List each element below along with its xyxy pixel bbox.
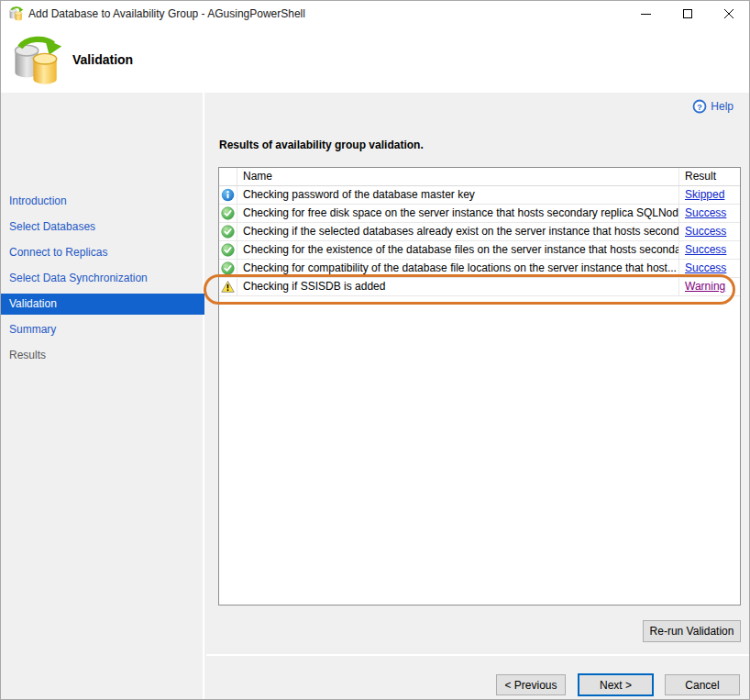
database-sync-icon (10, 35, 63, 86)
result-link-warning[interactable]: Warning (685, 280, 725, 293)
window-title: Add Database to Availability Group - AGu… (28, 1, 305, 27)
wizard-window: Add Database to Availability Group - AGu… (0, 0, 750, 700)
footer-divider (206, 654, 750, 656)
wizard-steps-sidebar: Introduction Select Databases Connect to… (1, 93, 204, 700)
rerun-validation-button[interactable]: Re-run Validation (643, 620, 741, 642)
validation-results-table: Name Result Checking password of the dat… (218, 167, 741, 606)
sidebar-item-validation[interactable]: Validation (1, 294, 204, 315)
table-row-warning[interactable]: Checking if SSISDB is added Warning (219, 278, 740, 296)
result-link-success[interactable]: Success (685, 206, 726, 219)
title-bar: Add Database to Availability Group - AGu… (1, 1, 749, 27)
sidebar-item-select-databases[interactable]: Select Databases (1, 217, 204, 238)
next-button[interactable]: Next > (578, 673, 654, 696)
help-question-icon: ? (692, 99, 707, 114)
minimize-icon (641, 14, 651, 15)
info-icon (221, 188, 235, 202)
check-name: Checking for the existence of the databa… (237, 241, 679, 259)
header-name-column: Name (237, 168, 679, 185)
header-icon-column (219, 168, 237, 185)
result-link-success[interactable]: Success (685, 225, 726, 238)
help-link[interactable]: ? Help (692, 99, 733, 114)
check-name: Checking password of the database master… (237, 186, 679, 204)
success-icon (221, 206, 235, 220)
sidebar-item-introduction[interactable]: Introduction (1, 191, 204, 212)
table-header-row: Name Result (219, 168, 740, 186)
success-icon (221, 261, 235, 275)
result-link-skipped[interactable]: Skipped (685, 188, 724, 201)
svg-text:?: ? (697, 102, 702, 112)
window-controls (625, 1, 749, 27)
result-link-success[interactable]: Success (685, 243, 726, 256)
table-row[interactable]: Checking for free disk space on the serv… (219, 205, 740, 223)
maximize-icon (683, 9, 692, 18)
check-name: Checking for free disk space on the serv… (237, 205, 679, 222)
success-icon (221, 243, 235, 257)
app-database-icon (8, 6, 24, 21)
sidebar-item-select-data-synchronization[interactable]: Select Data Synchronization (1, 268, 204, 289)
table-row[interactable]: Checking password of the database master… (219, 186, 740, 205)
help-label: Help (711, 100, 733, 113)
check-name: Checking if the selected databases alrea… (237, 223, 679, 240)
validation-results-caption: Results of availability group validation… (219, 139, 424, 151)
close-button[interactable] (708, 1, 749, 27)
maximize-button[interactable] (667, 1, 708, 27)
close-icon (723, 8, 734, 19)
sidebar-item-connect-to-replicas[interactable]: Connect to Replicas (1, 242, 204, 263)
cancel-button[interactable]: Cancel (665, 674, 740, 695)
warning-icon (221, 280, 235, 294)
sidebar-item-results: Results (1, 345, 204, 366)
table-row[interactable]: Checking for compatibility of the databa… (219, 260, 740, 278)
header-result-column: Result (679, 168, 740, 185)
previous-button[interactable]: < Previous (496, 674, 566, 695)
page-title: Validation (72, 52, 133, 67)
table-row[interactable]: Checking if the selected databases alrea… (219, 223, 740, 241)
table-row[interactable]: Checking for the existence of the databa… (219, 241, 740, 260)
sidebar-item-summary[interactable]: Summary (1, 319, 204, 340)
check-name: Checking if SSISDB is added (237, 278, 679, 295)
result-link-success[interactable]: Success (685, 261, 726, 274)
success-icon (221, 225, 235, 239)
check-name: Checking for compatibility of the databa… (237, 260, 679, 277)
minimize-button[interactable] (625, 1, 667, 27)
